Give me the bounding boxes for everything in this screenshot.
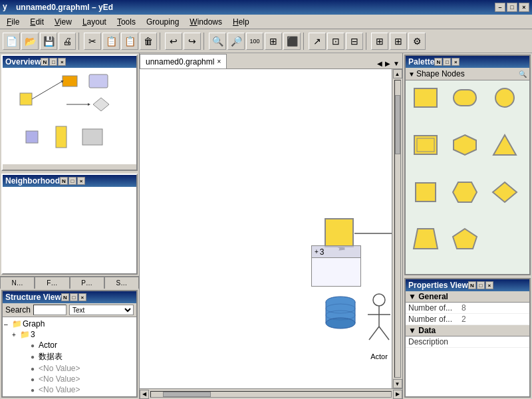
palette-shape-hexagon[interactable] — [449, 132, 481, 158]
properties-close-btn[interactable]: × — [485, 281, 493, 289]
palette-nav-btn[interactable]: N — [434, 58, 442, 66]
overview-svg — [3, 68, 136, 164]
structure-max-btn[interactable]: □ — [70, 293, 78, 301]
minimize-button[interactable]: – — [495, 3, 505, 12]
tree-item-actor[interactable]: ● Actor — [4, 340, 135, 350]
structure-nav-btn[interactable]: N — [61, 293, 69, 301]
search-input[interactable] — [33, 305, 66, 315]
palette-search-icon[interactable]: 🔍 — [519, 70, 527, 78]
neighborhood-nav-btn[interactable]: N — [60, 177, 68, 185]
palette-shape-rounded-rect[interactable] — [449, 84, 481, 111]
palette-shape-trapezoid[interactable] — [410, 225, 442, 252]
tree-item-3[interactable]: + 📁 3 — [4, 329, 135, 340]
tree-item-nv3[interactable]: ● <No Value> — [4, 384, 135, 395]
tree-item-datatable[interactable]: ● 数据表 — [4, 350, 135, 363]
group-expand-icon[interactable]: + — [315, 248, 319, 255]
tb-print[interactable]: 🖨 — [59, 33, 76, 50]
scroll-v-track[interactable] — [394, 80, 401, 378]
tb-cut[interactable]: ✂ — [84, 33, 101, 50]
palette-shape-circle[interactable] — [489, 84, 521, 111]
search-type-dropdown[interactable]: Text Attribute — [69, 305, 134, 315]
menu-grouping[interactable]: Grouping — [141, 16, 184, 28]
svg-rect-4 — [26, 131, 38, 143]
tb-undo[interactable]: ↩ — [165, 33, 182, 50]
tree-item-graph[interactable]: – 📁 Graph — [4, 319, 135, 329]
properties-nav-btn[interactable]: N — [468, 281, 476, 289]
tb-grid[interactable]: ⊞ — [371, 33, 388, 50]
tab-n[interactable]: N… — [0, 277, 35, 289]
menu-view[interactable]: View — [49, 16, 77, 28]
tab-s[interactable]: S… — [104, 277, 139, 289]
palette-section-expand[interactable]: ▼ — [408, 70, 415, 78]
scroll-v-up-btn[interactable]: ▲ — [393, 69, 402, 78]
structure-close-btn[interactable]: × — [78, 293, 86, 301]
tb-redo[interactable]: ↪ — [184, 33, 201, 50]
palette-shape-hexagon2[interactable] — [449, 179, 481, 205]
tb-open[interactable]: 📂 — [21, 33, 39, 50]
props-row-description: Description — [406, 336, 529, 348]
editor-tab-close[interactable]: × — [217, 58, 221, 65]
menu-file[interactable]: File — [1, 16, 25, 28]
editor-prev-btn[interactable]: ◀ — [376, 60, 384, 67]
palette-shape-square[interactable] — [410, 84, 442, 111]
svg-rect-29 — [414, 88, 437, 107]
tb-zoom-actual[interactable]: 100 — [246, 33, 263, 50]
tree-item-nv1[interactable]: ● <No Value> — [4, 363, 135, 374]
canvas-actor-node[interactable]: Actor — [362, 293, 392, 353]
tb-save[interactable]: 💾 — [40, 33, 57, 50]
tab-f[interactable]: F… — [35, 277, 69, 289]
properties-max-btn[interactable]: □ — [477, 281, 485, 289]
palette-shape-pentagon[interactable] — [449, 225, 481, 252]
close-button[interactable]: × — [519, 3, 529, 12]
tb-paste[interactable]: 📋 — [121, 33, 138, 50]
tb-new[interactable]: 📄 — [3, 33, 20, 50]
tb-zoom-out[interactable]: 🔎 — [227, 33, 245, 50]
maximize-button[interactable]: □ — [507, 3, 517, 12]
editor-next-btn[interactable]: ▶ — [384, 60, 392, 67]
tb-settings[interactable]: ⚙ — [408, 33, 426, 50]
canvas-group-node[interactable]: + 3 — [311, 245, 361, 287]
svg-marker-34 — [454, 135, 476, 155]
neighborhood-title-bar: Neighborhood N □ × — [3, 175, 136, 187]
overview-close-btn[interactable]: × — [58, 58, 66, 66]
menu-help[interactable]: Help — [227, 16, 255, 28]
overview-max-btn[interactable]: □ — [49, 58, 57, 66]
tb-select[interactable]: ↗ — [309, 33, 326, 50]
palette-shape-triangle[interactable] — [489, 132, 521, 158]
scroll-h-track[interactable] — [150, 391, 392, 398]
tb-zoom-fit[interactable]: ⊞ — [265, 33, 282, 50]
menu-layout[interactable]: Layout — [77, 16, 112, 28]
neighborhood-max-btn[interactable]: □ — [68, 177, 76, 185]
tb-zoom-in[interactable]: 🔍 — [209, 33, 226, 50]
editor-canvas[interactable]: + 3 — [140, 69, 392, 388]
scroll-v-thumb — [395, 95, 400, 154]
menu-tools[interactable]: Tools — [112, 16, 141, 28]
palette-max-btn[interactable]: □ — [443, 58, 451, 66]
overview-nav-btn[interactable]: N — [41, 58, 49, 66]
editor-tab-main[interactable]: unnamed0.graphml × — [140, 54, 227, 68]
palette-close-btn[interactable]: × — [452, 58, 460, 66]
palette-shape-square-border[interactable] — [410, 132, 442, 158]
tb-select-all[interactable]: ⊡ — [327, 33, 344, 50]
editor-menu-btn[interactable]: ▼ — [392, 60, 401, 67]
menu-edit[interactable]: Edit — [25, 16, 49, 28]
canvas-yellow-square-node[interactable] — [325, 218, 354, 247]
scroll-h-right-btn[interactable]: ▶ — [393, 390, 402, 399]
scroll-v-down-btn[interactable]: ▼ — [393, 379, 402, 388]
canvas-cylinder-node[interactable] — [324, 295, 357, 332]
neighborhood-controls: N □ × — [60, 177, 85, 185]
menu-windows[interactable]: Windows — [184, 16, 227, 28]
svg-point-31 — [495, 88, 514, 107]
tab-p[interactable]: P… — [70, 277, 104, 289]
tb-delete[interactable]: 🗑 — [140, 33, 157, 50]
palette-shape-square2[interactable] — [410, 179, 442, 205]
scroll-h-left-btn[interactable]: ◀ — [140, 390, 149, 399]
tb-snap[interactable]: ⊞ — [390, 33, 407, 50]
neighborhood-close-btn[interactable]: × — [77, 177, 85, 185]
tb-zoom-selection[interactable]: ⬛ — [283, 33, 301, 50]
palette-shape-diamond[interactable] — [489, 179, 521, 205]
tb-copy[interactable]: 📋 — [102, 33, 120, 50]
tree-item-nv2[interactable]: ● <No Value> — [4, 374, 135, 384]
tb-deselect[interactable]: ⊟ — [346, 33, 363, 50]
props-row-nodes: Number of... 8 — [406, 303, 529, 314]
